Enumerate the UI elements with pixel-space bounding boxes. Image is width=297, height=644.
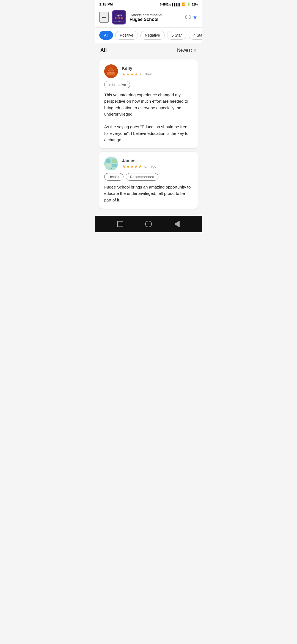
review-time-kelly: Now <box>144 72 152 76</box>
star-5: ★ <box>138 72 142 77</box>
star-j5: ★ <box>138 164 142 169</box>
filter-chip-5star[interactable]: 5 Star <box>167 31 186 40</box>
svg-rect-11 <box>106 159 111 163</box>
app-icon-inner: fugee SCHOOL we're in, not or <box>112 10 126 24</box>
tag-informative: Informative <box>104 81 130 88</box>
filter-chip-4star[interactable]: 4 Star <box>189 31 202 40</box>
stars-james: ★ ★ ★ ★ ★ <box>122 164 142 169</box>
sort-icon: ≡ <box>193 47 197 53</box>
wifi-icon: 📶 <box>182 2 186 6</box>
sort-row: All Newest ≡ <box>95 43 202 57</box>
reviewer-name-kelly: Kelly <box>122 66 193 71</box>
rating-value: 0.0 <box>185 15 191 20</box>
tags-kelly: Informative <box>104 81 193 88</box>
header-text: Ratings and reviews Fugee School <box>130 13 182 22</box>
star-j2: ★ <box>126 164 130 169</box>
sort-label: Newest <box>177 48 192 53</box>
tags-james: Helpful Recommended <box>104 173 193 181</box>
status-icons: 0.4KB/s ▌▌▌▌ 📶 🔋 52% <box>160 2 198 6</box>
filter-chip-negative[interactable]: Negative <box>140 31 165 40</box>
review-text-james: Fugee School brings an amazing opportuni… <box>104 184 193 203</box>
signal-icon: ▌▌▌▌ <box>172 3 181 6</box>
filter-bar: All Positive Negative 5 Star 4 Star 3 St… <box>95 28 202 43</box>
star-3: ★ <box>130 72 134 77</box>
avatar-james: IZA <box>104 157 118 170</box>
header-subtitle: Ratings and reviews <box>130 13 182 17</box>
header: ← fugee SCHOOL we're in, not or Ratings … <box>95 7 202 28</box>
battery-percent: 52% <box>192 3 198 6</box>
nav-home-button[interactable] <box>145 220 152 228</box>
svg-text:IZA: IZA <box>110 168 112 170</box>
review-card-james: IZA James ★ ★ ★ ★ ★ 6m ago <box>99 152 198 209</box>
tag-helpful: Helpful <box>104 173 123 181</box>
nav-recents-button[interactable] <box>116 220 124 228</box>
nav-back-button[interactable] <box>173 220 181 228</box>
star-j4: ★ <box>134 164 138 169</box>
review-time-james: 6m ago <box>144 164 156 168</box>
reviewer-name-james: James <box>122 158 193 163</box>
star-j3: ★ <box>130 164 134 169</box>
star-1: ★ <box>122 72 126 77</box>
header-rating: 0.0 ★ <box>185 14 198 21</box>
tag-recommended: Recommended <box>126 173 158 181</box>
svg-text:SCHOOL: SCHOOL <box>115 17 123 19</box>
filter-chip-all[interactable]: All <box>99 31 113 40</box>
stars-kelly: ★ ★ ★ ★ ★ <box>122 72 142 77</box>
svg-rect-13 <box>106 164 111 167</box>
battery-icon: 🔋 <box>187 2 191 6</box>
review-card-kelly: Kelly ★ ★ ★ ★ ★ Now Informative This vol… <box>99 59 198 148</box>
avatar-kelly <box>104 64 118 78</box>
star-j1: ★ <box>122 164 126 169</box>
filter-chip-positive[interactable]: Positive <box>115 31 138 40</box>
network-speed: 0.4KB/s <box>160 3 171 6</box>
back-button[interactable]: ← <box>99 12 109 23</box>
review-header-james: IZA James ★ ★ ★ ★ ★ 6m ago <box>104 157 193 170</box>
reviewer-meta-james: ★ ★ ★ ★ ★ 6m ago <box>122 164 193 169</box>
review-header-kelly: Kelly ★ ★ ★ ★ ★ Now <box>104 64 193 78</box>
rating-star-icon: ★ <box>192 14 198 21</box>
reviewer-info-james: James ★ ★ ★ ★ ★ 6m ago <box>122 158 193 169</box>
svg-text:we're in, not or: we're in, not or <box>114 20 124 22</box>
reviewer-info-kelly: Kelly ★ ★ ★ ★ ★ Now <box>122 66 193 77</box>
status-bar: 1:18 PM 0.4KB/s ▌▌▌▌ 📶 🔋 52% <box>95 0 202 7</box>
bottom-nav <box>95 216 202 232</box>
recents-icon <box>117 221 123 227</box>
reviews-container: Kelly ★ ★ ★ ★ ★ Now Informative This vol… <box>95 57 202 216</box>
sort-button[interactable]: Newest ≡ <box>177 47 197 53</box>
svg-rect-14 <box>112 164 117 167</box>
review-text-kelly: This volunteering experience changed my … <box>104 92 193 143</box>
filter-label: All <box>100 47 107 53</box>
star-2: ★ <box>126 72 130 77</box>
home-icon <box>145 221 152 227</box>
header-title: Fugee School <box>130 17 182 22</box>
app-icon: fugee SCHOOL we're in, not or <box>112 10 126 24</box>
back-icon <box>174 221 180 227</box>
status-time: 1:18 PM <box>99 2 113 6</box>
star-4: ★ <box>134 72 138 77</box>
svg-text:fugee: fugee <box>116 14 122 17</box>
svg-rect-12 <box>112 159 117 163</box>
reviewer-meta-kelly: ★ ★ ★ ★ ★ Now <box>122 72 193 77</box>
